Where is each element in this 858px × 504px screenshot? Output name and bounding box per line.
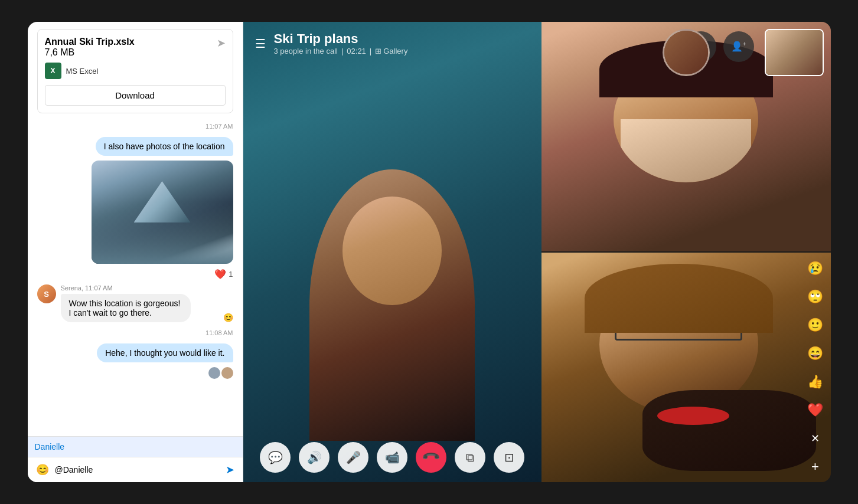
app-window: Annual Ski Trip.xslx 7,6 MB ➤ X MS Excel…	[28, 22, 831, 482]
hair-bottom	[585, 264, 773, 333]
emoji-react-icon[interactable]: 😊	[223, 313, 233, 322]
speaker-button[interactable]: 🔊	[299, 442, 330, 473]
emoji-smile[interactable]: 🙂	[802, 312, 828, 338]
mic-icon: 🎤	[346, 450, 361, 464]
reaction-count: 1	[229, 270, 233, 279]
call-duration: 02:21	[347, 47, 366, 55]
reaction-row: ❤️ 1	[214, 269, 233, 280]
chat-panel: Annual Ski Trip.xslx 7,6 MB ➤ X MS Excel…	[28, 22, 243, 482]
end-call-button[interactable]: 📞	[416, 442, 446, 473]
video-icon: 📹	[385, 450, 400, 464]
video-button[interactable]: 📹	[377, 442, 407, 473]
message-image	[92, 161, 233, 264]
file-icon-area: X MS Excel	[45, 63, 226, 79]
mention-tag: Danielle	[35, 442, 65, 451]
gallery-view[interactable]: ⊞ Gallery	[375, 47, 407, 55]
emoji-panel-close-button[interactable]: ✕	[802, 426, 828, 451]
call-controls: 💬 🔊 🎤 📹 📞 ⧉ ⊡	[260, 442, 524, 473]
chat-messages: Annual Ski Trip.xslx 7,6 MB ➤ X MS Excel…	[28, 22, 243, 436]
call-title: Ski Trip plans	[274, 31, 408, 47]
sender-time: 11:07 AM	[85, 284, 112, 292]
file-info: Annual Ski Trip.xslx 7,6 MB	[45, 37, 135, 58]
mic-button[interactable]: 🎤	[338, 442, 368, 473]
video-tile-top	[541, 22, 831, 251]
call-subtitle: 3 people in the call | 02:21 | ⊞ Gallery	[274, 47, 408, 55]
seen-avatars	[208, 367, 233, 379]
call-header: ☰ Ski Trip plans 3 people in the call | …	[243, 22, 541, 65]
emoji-crying[interactable]: 😢	[802, 256, 828, 282]
divider-dot: |	[341, 47, 343, 55]
seen-avatar-2	[221, 367, 233, 379]
video-grid: ⚙️ 👤+	[541, 22, 831, 482]
file-size: 7,6 MB	[45, 47, 75, 57]
forward-icon[interactable]: ➤	[217, 37, 226, 50]
divider-dot-2: |	[370, 47, 371, 55]
speaker-icon: 🔊	[307, 450, 322, 464]
message-bubble-right-2: Hehe, I thought you would like it.	[97, 343, 233, 362]
message-text-serena: Wow this location is gorgeous! I can't w…	[61, 294, 191, 322]
chat-input[interactable]	[55, 465, 220, 474]
sender-name: Serena	[61, 284, 81, 292]
file-card-header: Annual Ski Trip.xslx 7,6 MB ➤	[45, 37, 226, 58]
send-button[interactable]: ➤	[226, 463, 234, 476]
emoji-thumbsup[interactable]: 👍	[802, 369, 828, 395]
screenshare-icon: ⧉	[466, 451, 474, 464]
message-serena: S Serena, 11:07 AM Wow this location is …	[37, 284, 233, 322]
mountain-image	[92, 161, 233, 264]
menu-icon[interactable]: ☰	[255, 37, 266, 51]
smile-area	[621, 119, 751, 182]
face-shape	[342, 197, 442, 305]
emoji-laugh[interactable]: 😄	[802, 341, 828, 366]
message-content-serena: Serena, 11:07 AM Wow this location is go…	[61, 284, 216, 322]
seen-avatar-1	[208, 367, 220, 379]
blur-button[interactable]: ⊡	[494, 442, 524, 473]
timestamp-1108: 11:08 AM	[37, 329, 233, 336]
gallery-label: Gallery	[383, 47, 407, 55]
chat-button[interactable]: 💬	[260, 442, 291, 473]
excel-icon: X	[45, 63, 61, 79]
file-name: Annual Ski Trip.xslx	[45, 37, 135, 47]
emoji-reaction-panel: 😢 🙄 🙂 😄 👍 ❤️ ✕ +	[800, 253, 831, 482]
call-title-group: Ski Trip plans 3 people in the call | 02…	[274, 31, 408, 55]
pip-caller-top	[663, 29, 710, 76]
mention-bar: Danielle	[28, 436, 243, 457]
emoji-picker-button[interactable]: 😊	[36, 463, 49, 476]
dog-bandana	[657, 407, 730, 425]
chat-icon: 💬	[268, 450, 283, 464]
emoji-heart[interactable]: ❤️	[802, 397, 828, 423]
dog-shape	[642, 390, 816, 470]
main-person-silhouette	[309, 169, 475, 441]
emoji-panel-add-button[interactable]: +	[802, 454, 828, 480]
emoji-eyeroll[interactable]: 🙄	[802, 284, 828, 310]
add-person-button[interactable]: 👤+	[723, 31, 754, 62]
participants-count: 3 people in the call	[274, 47, 338, 55]
file-attachment-card: Annual Ski Trip.xslx 7,6 MB ➤ X MS Excel…	[37, 29, 233, 113]
message-group-right-2: Hehe, I thought you would like it.	[37, 343, 233, 379]
add-person-icon: 👤+	[731, 41, 746, 52]
heart-reaction[interactable]: ❤️	[214, 269, 226, 280]
end-call-icon: 📞	[421, 447, 442, 468]
sender-info-serena: Serena, 11:07 AM	[61, 284, 216, 292]
main-video-person	[309, 169, 475, 441]
message-bubble-right-1: I also have photos of the location	[96, 137, 233, 156]
screenshare-button[interactable]: ⧉	[455, 442, 485, 473]
avatar-serena: S	[37, 284, 56, 303]
pip-self-face	[766, 30, 823, 75]
download-button[interactable]: Download	[45, 85, 226, 106]
pip-self-video	[765, 29, 824, 76]
video-tile-bottom: 😢 🙄 🙂 😄 👍 ❤️ ✕ +	[541, 253, 831, 482]
gallery-icon: ⊞	[375, 47, 381, 55]
video-area: ❤️ ☰ Ski Trip plans 3 people in the call…	[243, 22, 541, 482]
pip-face	[664, 31, 708, 74]
file-type-label: MS Excel	[66, 67, 99, 76]
person-face-bottom	[541, 253, 831, 482]
chat-input-area: 😊 ➤	[28, 457, 243, 482]
blur-icon: ⊡	[504, 450, 514, 464]
timestamp-1107: 11:07 AM	[37, 123, 233, 130]
